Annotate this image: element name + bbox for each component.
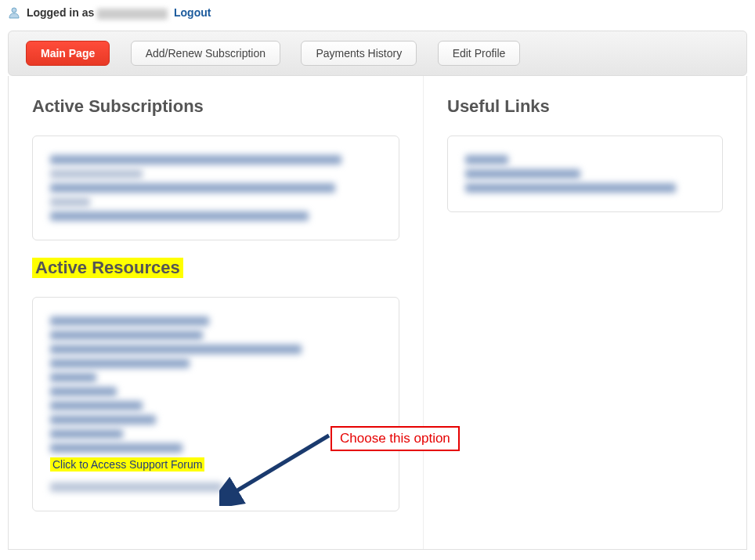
tab-payments[interactable]: Payments History xyxy=(301,41,417,66)
user-icon xyxy=(8,6,20,21)
right-column: Useful Links xyxy=(424,76,746,549)
tab-edit-profile[interactable]: Edit Profile xyxy=(438,41,521,66)
useful-links-title: Useful Links xyxy=(447,96,723,117)
active-resources-title: Active Resources xyxy=(32,258,183,278)
logged-in-label: Logged in as xyxy=(27,6,94,19)
support-forum-link[interactable]: Click to Access Support Forum xyxy=(50,457,204,471)
tab-main-page[interactable]: Main Page xyxy=(26,41,110,66)
logout-link[interactable]: Logout xyxy=(174,6,211,19)
active-subscriptions-title: Active Subscriptions xyxy=(32,96,399,117)
svg-point-0 xyxy=(12,8,16,13)
subscriptions-card xyxy=(32,135,399,240)
left-column: Active Subscriptions Active Resources xyxy=(9,76,424,549)
resources-card: Click to Access Support Forum xyxy=(32,297,399,511)
tab-bar: Main Page Add/Renew Subscription Payment… xyxy=(8,31,747,76)
username-blurred xyxy=(97,9,168,20)
tab-add-renew[interactable]: Add/Renew Subscription xyxy=(131,41,280,66)
header-bar: Logged in as Logout xyxy=(0,0,755,24)
useful-links-card xyxy=(447,135,723,212)
